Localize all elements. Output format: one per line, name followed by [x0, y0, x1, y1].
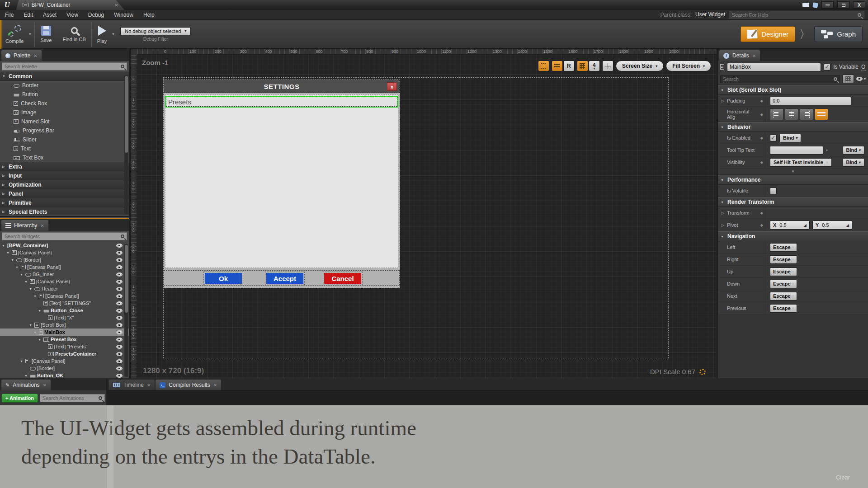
keyframe-pin-icon[interactable]: ◆ [760, 160, 763, 164]
hierarchy-row-text-settings[interactable]: [Text] "SETTINGS" [0, 300, 129, 307]
ok-button[interactable]: Ok [205, 273, 242, 284]
grid-size-dropdown[interactable]: 4▾ [589, 61, 600, 71]
nav-left-dropdown[interactable]: Escape▾ [770, 243, 797, 252]
hierarchy-row-bpw-container[interactable]: ▼[BPW_Container] [0, 242, 129, 249]
palette-item-border[interactable]: Border [0, 81, 129, 90]
menu-item-window[interactable]: Window [109, 12, 138, 18]
is-enabled-checkbox[interactable] [770, 135, 777, 141]
widget-name-field[interactable] [727, 63, 821, 71]
marketplace-icon[interactable] [812, 2, 818, 8]
graph-mode-button[interactable]: Graph [814, 26, 863, 42]
visibility-dropdown[interactable]: Self Hit Test Invisible▾ [770, 158, 832, 167]
close-icon[interactable]: ✕ [752, 53, 756, 58]
eye-icon[interactable] [116, 272, 123, 277]
eye-icon[interactable] [116, 352, 123, 356]
palette-item-progress-bar[interactable]: Progress Bar [0, 126, 129, 135]
eye-icon[interactable] [116, 251, 123, 255]
drag-handle-icon[interactable]: ◢ [804, 223, 807, 227]
palette-item-text-box[interactable]: Text Box [0, 153, 129, 162]
is-enabled-bind-button[interactable]: Bind▾ [779, 134, 801, 142]
hierarchy-row-canvas-panel[interactable]: ▼[Canvas Panel] [0, 249, 129, 256]
eye-icon[interactable] [116, 345, 123, 349]
section-behavior[interactable]: ▼Behavior [718, 122, 868, 132]
visibility-bind-button[interactable]: Bind▾ [843, 158, 864, 167]
help-search-input[interactable] [732, 12, 855, 18]
eye-icon[interactable] [116, 338, 123, 342]
tab-animations[interactable]: ✎ Animations ✕ [1, 380, 51, 390]
eye-icon[interactable] [116, 301, 123, 305]
nav-down-dropdown[interactable]: Escape▾ [770, 280, 797, 288]
pivot-x-spinbox[interactable]: X0.5◢ [770, 221, 810, 230]
hierarchy-row-canvas-panel[interactable]: ▼[Canvas Panel] [0, 357, 129, 365]
minimize-button[interactable] [821, 1, 834, 9]
tab-compiler-results[interactable]: ›_ Compiler Results ✕ [156, 380, 221, 390]
palette-section-common[interactable]: ▼Common [0, 72, 129, 81]
hierarchy-row-canvas-panel[interactable]: ▼[Canvas Panel] [0, 263, 129, 271]
eye-icon[interactable] [116, 330, 123, 334]
close-icon[interactable]: ✕ [33, 53, 37, 58]
halign-center-button[interactable] [785, 108, 798, 120]
menu-item-view[interactable]: View [61, 12, 83, 18]
eye-icon[interactable] [116, 366, 123, 371]
hierarchy-row-presetscontainer[interactable]: PresetsContainer [0, 350, 129, 357]
is-variable-checkbox[interactable] [824, 64, 830, 70]
details-search-box[interactable] [720, 75, 840, 83]
keyframe-pin-icon[interactable]: ◆ [760, 223, 763, 227]
menu-item-file[interactable]: File [0, 12, 19, 18]
tab-details[interactable]: i Details ✕ [719, 50, 760, 61]
grid-snap-button[interactable] [577, 61, 588, 71]
padding-field[interactable] [770, 97, 851, 105]
tab-timeline[interactable]: Timeline ✕ [109, 380, 155, 390]
hierarchy-row-canvas-panel[interactable]: ▼[Canvas Panel] [0, 278, 129, 285]
tab-palette[interactable]: Palette ✕ [1, 50, 42, 61]
palette-item-image[interactable]: Image [0, 108, 129, 117]
palette-section-primitive[interactable]: ▷Primitive [0, 198, 129, 207]
hierarchy-row-button-close[interactable]: ▼Button_Close [0, 307, 129, 314]
eye-icon[interactable] [116, 287, 123, 291]
close-icon[interactable]: ✕ [213, 383, 217, 388]
screen-size-dropdown[interactable]: Screen Size▾ [616, 61, 664, 71]
section-slot[interactable]: ▼Slot (Scroll Box Slot) [718, 85, 868, 95]
nav-up-dropdown[interactable]: Escape▾ [770, 267, 797, 276]
eye-icon[interactable] [116, 374, 123, 378]
find-in-cb-button[interactable]: Find in CB [57, 21, 91, 48]
feedback-icon[interactable] [802, 3, 809, 7]
transform-mode-button[interactable] [602, 61, 613, 71]
add-animation-button[interactable]: + Animation [1, 394, 38, 403]
eye-icon[interactable] [116, 258, 123, 262]
halign-fill-button-active[interactable] [815, 108, 828, 120]
close-icon[interactable]: ✕ [40, 223, 44, 228]
document-tab[interactable]: BPW_Container ✕ [16, 0, 125, 10]
animations-search-input[interactable] [42, 395, 96, 401]
designer-mode-button[interactable]: Designer [741, 26, 795, 42]
animations-search-box[interactable] [40, 394, 105, 402]
menu-item-asset[interactable]: Asset [38, 12, 61, 18]
debug-object-dropdown[interactable]: No debug object selected ▾ [120, 27, 191, 35]
halign-right-button[interactable] [800, 108, 813, 120]
localization-preview-button[interactable] [552, 61, 563, 71]
property-matrix-button[interactable] [842, 75, 854, 83]
keyframe-pin-icon[interactable]: ◆ [760, 136, 763, 140]
keyframe-pin-icon[interactable]: ◆ [760, 113, 763, 117]
eye-icon[interactable] [116, 359, 123, 363]
section-navigation[interactable]: ▼Navigation [718, 231, 868, 241]
eye-icon[interactable] [116, 294, 123, 298]
hierarchy-search-input[interactable] [5, 234, 118, 239]
keyframe-pin-icon[interactable]: ◆ [760, 211, 763, 215]
close-icon[interactable]: ✕ [147, 383, 151, 388]
eye-icon[interactable] [116, 244, 123, 248]
menu-item-edit[interactable]: Edit [19, 12, 38, 18]
expander-icon[interactable]: ▷ [722, 223, 725, 227]
palette-scrollbar[interactable] [124, 75, 128, 214]
hierarchy-search-box[interactable] [2, 232, 127, 240]
hierarchy-scrollbar[interactable] [124, 244, 128, 377]
palette-item-text[interactable]: Text [0, 144, 129, 153]
help-search-box[interactable] [729, 11, 864, 19]
cancel-button[interactable]: Cancel [324, 273, 361, 284]
nav-next-dropdown[interactable]: Escape▾ [770, 292, 797, 300]
eye-icon[interactable] [116, 323, 123, 327]
section-performance[interactable]: ▼Performance [718, 175, 868, 185]
pivot-y-spinbox[interactable]: Y0.5◢ [812, 221, 852, 230]
dialog-close-button[interactable]: x [387, 82, 397, 91]
tab-hierarchy[interactable]: Hierarchy ✕ [1, 220, 48, 231]
